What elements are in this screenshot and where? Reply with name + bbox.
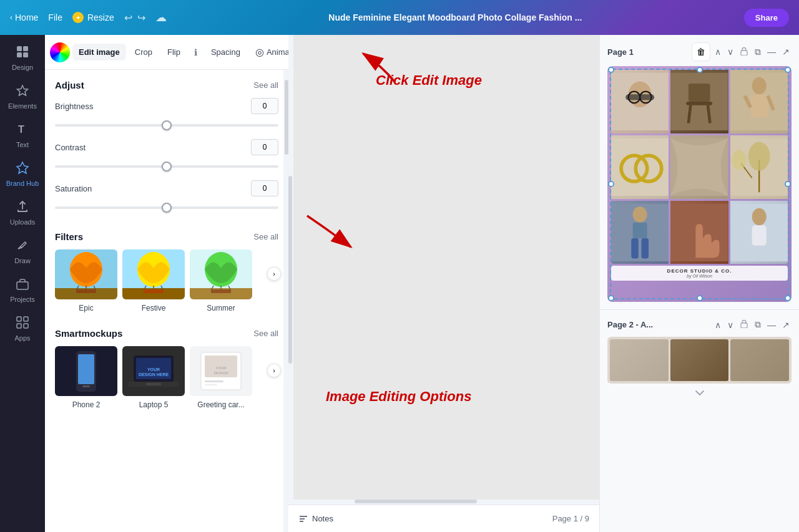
sidebar-item-design[interactable]: Design bbox=[2, 40, 42, 76]
svg-rect-34 bbox=[82, 385, 90, 387]
file-button[interactable]: File bbox=[48, 12, 62, 22]
handle-br[interactable] bbox=[785, 295, 791, 301]
canvas-left-scrollbar[interactable] bbox=[288, 35, 293, 505]
click-edit-image-annotation: Click Edit Image bbox=[376, 72, 482, 89]
mockup-item-phone[interactable]: Phone 2 bbox=[55, 346, 117, 410]
page-2-preview[interactable] bbox=[607, 337, 792, 384]
svg-rect-9 bbox=[17, 324, 21, 328]
page-1-export-button[interactable]: ↗ bbox=[780, 42, 792, 61]
sidebar-item-apps[interactable]: Apps bbox=[2, 311, 42, 347]
page-1-lock-button[interactable] bbox=[738, 42, 750, 61]
redo-button[interactable]: ↪ bbox=[137, 12, 145, 24]
canvas-bottom-scrollbar[interactable] bbox=[293, 500, 599, 505]
flip-button[interactable]: Flip bbox=[161, 44, 187, 60]
canvas-scroll-thumb bbox=[288, 176, 292, 364]
animate-icon: ◎ bbox=[255, 46, 264, 58]
sidebar-label-brand-hub: Brand Hub bbox=[6, 180, 39, 187]
brightness-input[interactable] bbox=[251, 98, 278, 114]
resize-button[interactable]: ✦ Resize bbox=[72, 12, 114, 23]
page-1-copy-button[interactable]: ⧉ bbox=[753, 42, 763, 61]
smartmockups-row: Phone 2 YOUR DESIGN HERE bbox=[55, 346, 278, 410]
page-1-label: Page 1 bbox=[607, 47, 634, 57]
svg-rect-45 bbox=[205, 380, 223, 382]
contrast-input[interactable] bbox=[251, 139, 278, 155]
sidebar-item-draw[interactable]: Draw bbox=[2, 233, 42, 269]
resize-star-icon: ✦ bbox=[72, 12, 84, 23]
top-bar: ‹ Home File ✦ Resize ↩ ↪ ☁ Nude Feminine… bbox=[0, 0, 799, 35]
contrast-slider[interactable] bbox=[55, 165, 278, 168]
sidebar-item-projects[interactable]: Projects bbox=[2, 272, 42, 308]
saturation-input[interactable] bbox=[251, 180, 278, 196]
svg-rect-0 bbox=[17, 46, 22, 51]
page-2-up-button[interactable]: ∧ bbox=[713, 317, 723, 332]
page-indicator: Page 1 / 9 bbox=[552, 514, 589, 523]
p2-thumb-1 bbox=[610, 339, 669, 381]
saturation-slider[interactable] bbox=[55, 206, 278, 209]
page-1-up-button[interactable]: ∧ bbox=[713, 42, 723, 61]
filter-item-summer[interactable]: Summer bbox=[190, 249, 252, 313]
edit-image-button[interactable]: Edit image bbox=[72, 44, 126, 60]
mockup-thumb-phone bbox=[55, 346, 117, 396]
spacing-button[interactable]: Spacing bbox=[205, 44, 247, 60]
mockup-item-laptop[interactable]: YOUR DESIGN HERE Laptop 5 bbox=[122, 346, 185, 410]
page-1-down-button[interactable]: ∨ bbox=[725, 42, 735, 61]
uploads-icon bbox=[16, 200, 29, 216]
share-button[interactable]: Share bbox=[744, 9, 789, 27]
info-button[interactable]: ℹ bbox=[189, 44, 202, 61]
sidebar-item-brand-hub[interactable]: Brand Hub bbox=[2, 156, 42, 192]
cloud-save-button[interactable]: ☁ bbox=[155, 11, 167, 24]
smartmockups-see-all-button[interactable]: See all bbox=[253, 329, 278, 338]
file-label: File bbox=[48, 12, 62, 22]
animate-button[interactable]: ◎ Animate bbox=[249, 42, 288, 62]
page-2-export-button[interactable]: ↗ bbox=[780, 317, 792, 332]
filter-thumb-festive bbox=[122, 249, 185, 299]
photo-cell-6 bbox=[730, 135, 788, 199]
page-1-delete-button[interactable]: 🗑 bbox=[692, 42, 710, 61]
crop-button[interactable]: Crop bbox=[129, 44, 159, 60]
svg-text:DESIGN: DESIGN bbox=[213, 371, 228, 375]
svg-rect-31 bbox=[211, 289, 231, 293]
right-panel: Page 1 🗑 ∧ ∨ ⧉ — ↗ bbox=[599, 35, 799, 532]
mockup-item-greeting[interactable]: YOUR DESIGN Greeting car... bbox=[190, 346, 252, 410]
svg-rect-10 bbox=[24, 324, 28, 328]
svg-rect-8 bbox=[24, 317, 28, 321]
home-button[interactable]: ‹ Home bbox=[10, 12, 38, 22]
undo-button[interactable]: ↩ bbox=[124, 12, 132, 24]
color-palette-button[interactable] bbox=[50, 42, 70, 62]
svg-text:T: T bbox=[18, 124, 24, 135]
page-1-remove-button[interactable]: — bbox=[765, 42, 778, 61]
filters-next-button[interactable]: › bbox=[267, 267, 281, 281]
notes-button[interactable]: Notes bbox=[298, 514, 333, 524]
sidebar-label-apps: Apps bbox=[14, 334, 30, 342]
page-2-down-button[interactable]: ∨ bbox=[725, 317, 735, 332]
expand-arrow[interactable] bbox=[607, 387, 792, 399]
smartmockups-section-header: Smartmockups See all bbox=[55, 328, 278, 339]
handle-bl[interactable] bbox=[608, 295, 614, 301]
brightness-slider[interactable] bbox=[55, 124, 278, 127]
sidebar-item-elements[interactable]: Elements bbox=[2, 79, 42, 115]
svg-rect-24 bbox=[144, 289, 164, 293]
sidebar-label-text: Text bbox=[16, 141, 29, 148]
photo-cell-9 bbox=[730, 201, 788, 264]
undo-redo-group: ↩ ↪ bbox=[124, 12, 145, 24]
mockups-next-button[interactable]: › bbox=[267, 364, 281, 377]
svg-rect-33 bbox=[78, 354, 94, 384]
filter-item-festive[interactable]: Festive bbox=[122, 249, 185, 313]
page-2-copy-button[interactable]: ⧉ bbox=[753, 317, 763, 332]
adjust-see-all-button[interactable]: See all bbox=[253, 80, 278, 90]
filter-item-epic[interactable]: Epic bbox=[55, 249, 117, 313]
page-1-canvas-preview[interactable]: DECOR STUDIO & CO. by Oli Wilson bbox=[607, 66, 792, 302]
home-label: Home bbox=[15, 12, 38, 22]
page-2-lock-button[interactable] bbox=[738, 317, 750, 332]
svg-rect-56 bbox=[687, 102, 713, 105]
sidebar-item-text[interactable]: T Text bbox=[2, 117, 42, 153]
mockup-label-phone: Phone 2 bbox=[72, 400, 100, 409]
mockup-label-laptop: Laptop 5 bbox=[139, 400, 169, 409]
page-2-remove-button[interactable]: — bbox=[765, 317, 778, 332]
panel-scrollbar[interactable] bbox=[283, 70, 288, 532]
handle-bm[interactable] bbox=[697, 295, 703, 301]
sidebar-item-uploads[interactable]: Uploads bbox=[2, 195, 42, 231]
canvas-area: Click Edit Image Image Editing Options bbox=[288, 35, 599, 532]
svg-rect-61 bbox=[750, 94, 768, 117]
filters-see-all-button[interactable]: See all bbox=[253, 232, 278, 241]
